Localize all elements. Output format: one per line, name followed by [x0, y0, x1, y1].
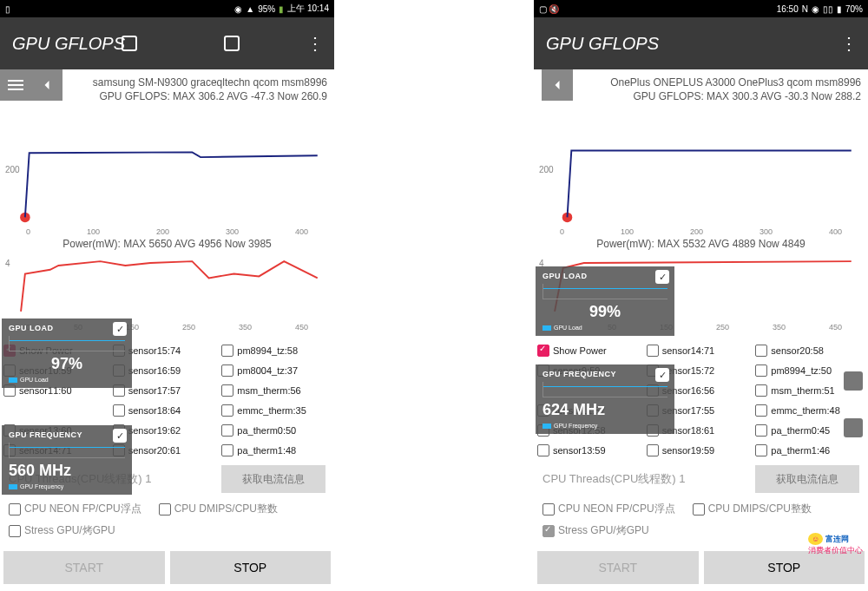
power-label: Power(mW): MAX 5532 AVG 4889 Now 4849: [534, 238, 868, 250]
checkbox[interactable]: [755, 404, 767, 417]
gflops-chart: 200 0100200300400: [0, 139, 334, 226]
overflow-menu[interactable]: ⋮: [840, 33, 856, 54]
checkbox[interactable]: [221, 404, 233, 417]
wifi-icon: ◉: [812, 4, 819, 14]
checkbox[interactable]: [755, 444, 767, 456]
time-text: 16:50: [777, 4, 799, 14]
get-current-button[interactable]: 获取电流信息: [755, 465, 859, 493]
checkbox[interactable]: [542, 503, 555, 515]
phone-left: ▯ ◉ ▲ 95% ▮ 上午 10:14 GPU GFLOPS ⋮ samsun…: [0, 0, 334, 591]
checkbox[interactable]: [113, 404, 125, 417]
sim-icon: ▯▯: [823, 4, 833, 14]
power-label: Power(mW): MAX 5650 AVG 4956 Now 3985: [0, 238, 334, 250]
drag-handle[interactable]: [844, 371, 863, 391]
device-info: OnePlus ONEPLUS A3000 OnePlus3 qcom msm8…: [605, 76, 866, 103]
square-icon[interactable]: [122, 36, 137, 51]
battery-icon: ▮: [837, 4, 842, 14]
get-current-button[interactable]: 获取电流信息: [221, 465, 326, 493]
start-button[interactable]: START: [537, 551, 699, 584]
checkbox[interactable]: [755, 384, 767, 397]
overlay-checkbox[interactable]: ✓: [655, 270, 669, 284]
gpu-freq-overlay[interactable]: GPU FREQUENCY ✓ 560 MHz GPU Frequency: [2, 425, 132, 495]
checkbox[interactable]: [9, 503, 21, 515]
checkbox[interactable]: [221, 444, 233, 456]
time-text: 上午 10:14: [287, 3, 329, 15]
battery-text: 95%: [258, 4, 275, 14]
start-button[interactable]: START: [3, 551, 165, 584]
checkbox[interactable]: [755, 364, 767, 377]
square-icon[interactable]: [224, 36, 240, 51]
overlay-checkbox[interactable]: ✓: [655, 368, 669, 382]
device-info: samsung SM-N9300 graceqltechn qcom msm89…: [88, 76, 332, 103]
battery-icon: ▮: [279, 4, 284, 14]
app-title: GPU GFLOPS: [546, 34, 659, 54]
nfc-icon: N: [802, 4, 808, 14]
status-bar: ▢🔇 16:50 N ◉ ▯▯ ▮ 70%: [534, 0, 868, 17]
image-icon: ▢: [539, 4, 547, 14]
wifi-icon: ◉: [234, 4, 242, 14]
gflops-chart: 200 0100200300400: [534, 139, 868, 226]
checkbox[interactable]: [537, 345, 549, 357]
checkbox[interactable]: [9, 525, 21, 537]
gpu-freq-overlay[interactable]: GPU FREQUENCY ✓ 624 MHz GPU Frequency: [536, 364, 674, 434]
checkbox[interactable]: [647, 345, 659, 357]
gpu-load-overlay[interactable]: GPU LOAD ✓ 97% GPU Load: [2, 318, 132, 388]
checkbox[interactable]: [221, 424, 233, 437]
checkbox[interactable]: [221, 364, 233, 377]
battery-text: 70%: [845, 4, 863, 14]
back-button[interactable]: [542, 69, 573, 101]
checkbox[interactable]: [542, 525, 555, 537]
mute-icon: 🔇: [549, 4, 559, 14]
checkbox[interactable]: [159, 503, 171, 515]
app-title: GPU GFLOPS: [12, 34, 125, 54]
watermark: ☺ 富连网 消费者价值中心: [808, 534, 863, 556]
cpu-threads: CPU Threads(CPU线程数) 1 获取电流信息: [534, 460, 868, 498]
checkbox[interactable]: [647, 444, 659, 456]
checkbox[interactable]: [221, 345, 233, 357]
checkbox[interactable]: [221, 384, 233, 397]
overflow-menu[interactable]: ⋮: [306, 33, 322, 54]
checkbox[interactable]: [755, 424, 767, 437]
signal-icon: ▲: [246, 4, 254, 14]
phone-right: ▢🔇 16:50 N ◉ ▯▯ ▮ 70% GPU GFLOPS ⋮ OnePl…: [534, 0, 868, 591]
checkbox[interactable]: [537, 444, 549, 456]
stop-button[interactable]: STOP: [170, 551, 332, 584]
hamburger-menu[interactable]: [0, 69, 31, 101]
power-chart: 4 050150250350450: [0, 252, 334, 321]
tab-icon: ▯: [5, 4, 10, 14]
checkbox[interactable]: [693, 503, 705, 515]
app-bar: GPU GFLOPS ⋮: [0, 17, 334, 69]
checkbox[interactable]: [755, 345, 767, 357]
drag-handle[interactable]: [844, 418, 863, 437]
status-bar: ▯ ◉ ▲ 95% ▮ 上午 10:14: [0, 0, 334, 17]
gpu-load-overlay[interactable]: GPU LOAD ✓ 99% GPU Load: [536, 266, 674, 336]
overlay-checkbox[interactable]: ✓: [113, 429, 127, 443]
app-bar: GPU GFLOPS ⋮: [534, 17, 868, 69]
back-button[interactable]: [31, 69, 62, 101]
x-axis: 0100200300400: [0, 227, 334, 236]
overlay-checkbox[interactable]: ✓: [113, 322, 127, 336]
